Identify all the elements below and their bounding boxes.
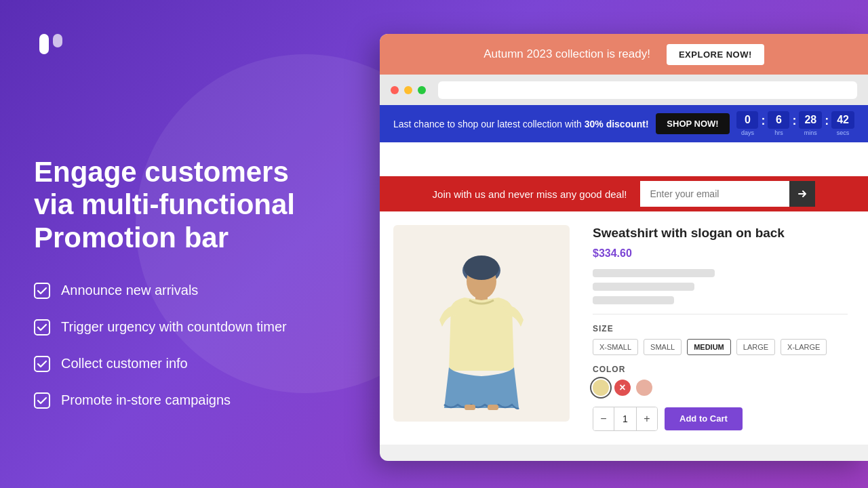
size-btn-medium[interactable]: MEDIUM — [687, 339, 731, 355]
email-submit-button[interactable] — [789, 181, 815, 207]
countdown-mins: 28 mins — [799, 111, 822, 136]
shop-now-button[interactable]: SHOP NOW! — [656, 113, 729, 134]
svg-rect-3 — [35, 320, 50, 335]
divider-1 — [593, 314, 848, 314]
size-btn-large[interactable]: LARGE — [736, 339, 775, 355]
check-icon-countdown — [34, 319, 50, 336]
quantity-increase-button[interactable]: + — [637, 407, 657, 430]
right-panel: Autumn 2023 collection is ready! EXPLORE… — [326, 0, 868, 488]
skeleton-line-3 — [593, 296, 674, 304]
browser-dot-maximize — [418, 86, 426, 94]
feature-list: Announce new arrivals Trigger urgency wi… — [34, 281, 326, 409]
address-bar — [438, 81, 857, 99]
feature-item-collect: Collect customer info — [34, 354, 326, 372]
browser-window: Autumn 2023 collection is ready! EXPLORE… — [380, 34, 868, 461]
arrow-right-icon — [797, 188, 808, 199]
countdown-timer: 0 days : 6 hrs : 28 mins : 42 secs — [736, 111, 854, 136]
countdown-sep-2: : — [792, 114, 796, 128]
quantity-input[interactable] — [614, 407, 637, 430]
email-banner-text: Join with us and never miss any good dea… — [433, 188, 627, 200]
product-image-container — [393, 225, 570, 422]
countdown-sep-3: : — [825, 114, 829, 128]
color-swatch-pink[interactable] — [636, 380, 652, 396]
feature-item-announce: Announce new arrivals — [34, 281, 326, 299]
svg-rect-10 — [465, 405, 475, 410]
svg-rect-4 — [35, 357, 50, 371]
check-icon-promote — [34, 392, 50, 409]
quantity-decrease-button[interactable]: − — [593, 407, 614, 430]
product-price: $334.60 — [593, 247, 848, 260]
size-btn-small[interactable]: SMALL — [644, 339, 682, 355]
discount-banner-text: Last chance to shop our latest collectio… — [393, 119, 649, 129]
countdown-sep-1: : — [761, 114, 765, 128]
logo-icon — [34, 27, 68, 61]
product-image — [414, 235, 549, 411]
email-banner: Join with us and never miss any good dea… — [380, 176, 868, 211]
product-title: Sweatshirt with slogan on back — [593, 225, 848, 242]
feature-item-promote: Promote in-store campaigns — [34, 391, 326, 409]
check-icon-collect — [34, 356, 50, 372]
color-swatch-yellow[interactable] — [593, 380, 609, 396]
size-btn-xsmall[interactable]: X-SMALL — [593, 339, 638, 355]
page-headline: Engage customers via multi-functional Pr… — [34, 156, 326, 254]
svg-rect-11 — [488, 405, 498, 410]
size-label: SIZE — [593, 324, 848, 333]
countdown-hours: 6 hrs — [768, 111, 789, 136]
discount-banner: Last chance to shop our latest collectio… — [380, 105, 868, 142]
add-to-cart-row: − + Add to Cart — [593, 407, 848, 431]
size-btn-xlarge[interactable]: X-LARGE — [781, 339, 827, 355]
email-input[interactable] — [640, 181, 789, 207]
explore-now-button[interactable]: EXPLORE NOW! — [667, 44, 764, 65]
browser-dot-close — [391, 86, 399, 94]
svg-rect-2 — [35, 283, 50, 298]
left-panel: Engage customers via multi-functional Pr… — [0, 0, 359, 488]
email-input-group — [640, 181, 815, 207]
countdown-days: 0 days — [736, 111, 758, 136]
logo — [34, 27, 326, 61]
color-swatch-red[interactable] — [614, 380, 631, 396]
autumn-banner-text: Autumn 2023 collection is ready! — [484, 47, 650, 61]
color-label: COLOR — [593, 365, 848, 374]
feature-item-countdown: Trigger urgency with countdown timer — [34, 318, 326, 336]
svg-rect-0 — [39, 34, 49, 54]
product-details: Sweatshirt with slogan on back $334.60 S… — [586, 225, 854, 431]
product-section: Sweatshirt with slogan on back $334.60 S… — [380, 211, 868, 445]
countdown-secs: 42 secs — [831, 111, 854, 136]
skeleton-line-1 — [593, 269, 715, 277]
svg-rect-1 — [53, 34, 62, 47]
autumn-banner: Autumn 2023 collection is ready! EXPLORE… — [380, 34, 868, 75]
check-icon-announce — [34, 283, 50, 299]
svg-rect-5 — [35, 393, 50, 408]
quantity-control: − + — [593, 407, 658, 431]
white-space-1 — [380, 142, 868, 176]
browser-dot-minimize — [404, 86, 412, 94]
browser-addressbar — [380, 75, 868, 105]
skeleton-line-2 — [593, 283, 694, 291]
add-to-cart-button[interactable]: Add to Cart — [665, 407, 743, 430]
size-options: X-SMALL SMALL MEDIUM LARGE X-LARGE — [593, 339, 848, 355]
color-options — [593, 380, 848, 396]
svg-point-8 — [464, 256, 499, 280]
